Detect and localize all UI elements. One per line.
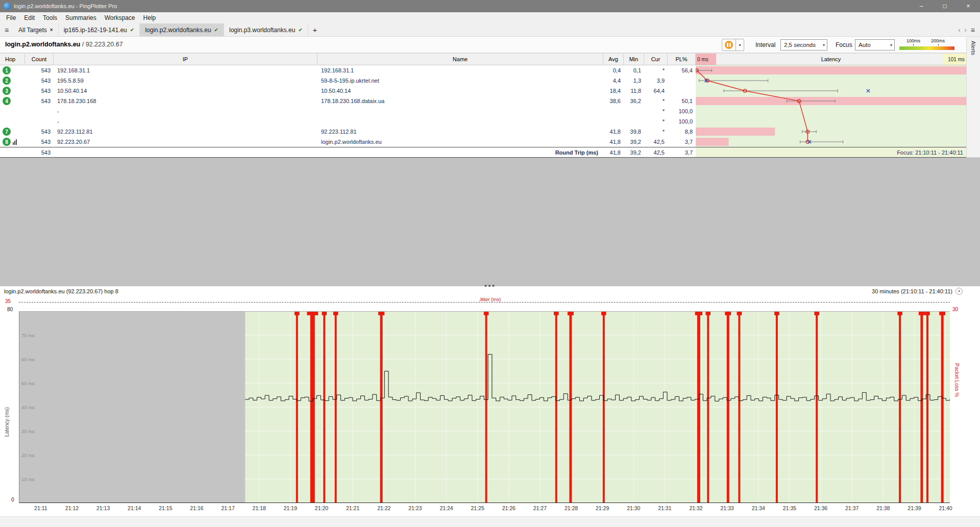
count-cell: 543 bbox=[25, 127, 54, 137]
round-trip-row: 543 Round Trip (ms) 41,8 39,2 42,5 3,7 F… bbox=[0, 147, 966, 158]
menu-item-file[interactable]: File bbox=[2, 12, 20, 23]
target-title: login.p2.worldoftanks.eu / 92.223.20.67 bbox=[5, 41, 123, 48]
time-tick-label: 21:23 bbox=[405, 505, 425, 511]
menu-item-tools[interactable]: Tools bbox=[39, 12, 61, 23]
menu-item-edit[interactable]: Edit bbox=[20, 12, 39, 23]
hop-cell: 3 bbox=[0, 86, 25, 96]
time-tick-label: 21:33 bbox=[717, 505, 738, 511]
pl-cell: 100,0 bbox=[668, 116, 696, 127]
column-header-name[interactable]: Name bbox=[317, 54, 603, 65]
hop-number-badge: 3 bbox=[3, 87, 11, 95]
tab-scroll-right-icon[interactable]: › bbox=[964, 26, 966, 34]
pause-button[interactable] bbox=[722, 39, 736, 51]
packet-loss-axis-title: Packet Loss % bbox=[954, 363, 960, 397]
min-cell bbox=[624, 116, 644, 127]
legend-gradient-bar bbox=[899, 46, 954, 50]
menu-bar: FileEditToolsSummariesWorkspaceHelp bbox=[0, 12, 980, 23]
interval-select[interactable]: 2,5 seconds ▾ bbox=[780, 39, 827, 51]
name-cell bbox=[317, 116, 603, 127]
pl-cell: 50,1 bbox=[668, 96, 696, 106]
tab-menu-icon[interactable]: ≡ bbox=[971, 26, 975, 34]
name-cell: 192.168.31.1 bbox=[317, 65, 603, 76]
count-cell: 543 bbox=[25, 76, 54, 86]
name-cell: 59-8-5-195.ip.ukrtel.net bbox=[317, 76, 603, 86]
latency-scale-legend: 100ms 200ms bbox=[899, 37, 955, 53]
gridline-label: 50 ms bbox=[21, 381, 35, 386]
interval-value: 2,5 seconds bbox=[784, 42, 816, 48]
latency-scale-min[interactable]: 0 ms bbox=[696, 54, 716, 65]
chevron-down-icon: ▾ bbox=[890, 43, 892, 47]
avg-cell bbox=[603, 106, 624, 116]
time-tick-label: 21:30 bbox=[623, 505, 644, 511]
check-icon[interactable]: ✔ bbox=[214, 27, 218, 33]
timeline-plot[interactable] bbox=[19, 311, 950, 503]
time-tick-label: 21:39 bbox=[904, 505, 924, 511]
tab-strip: All Targets×ip165.ip-162-19-141.eu✔login… bbox=[13, 23, 322, 36]
maximize-icon[interactable]: □ bbox=[933, 0, 957, 12]
cur-cell: * bbox=[644, 65, 668, 76]
alerts-side-tab[interactable]: Alerts bbox=[966, 37, 980, 158]
ip-cell: - bbox=[54, 116, 317, 127]
pingplotter-window: login.p2.worldoftanks.eu - PingPlotter P… bbox=[0, 0, 980, 527]
min-cell: 0,1 bbox=[624, 65, 644, 76]
legend-tick bbox=[938, 44, 939, 46]
column-header-latency: 0 ms Latency 101 ms bbox=[696, 54, 966, 65]
timeline-range-label[interactable]: 30 minutes (21:10:11 - 21:40:11) bbox=[872, 288, 952, 294]
new-tab-button[interactable]: + bbox=[308, 23, 322, 36]
hop-cell: 1 bbox=[0, 65, 25, 76]
alerts-label: Alerts bbox=[970, 37, 976, 157]
avg-cell bbox=[603, 116, 624, 127]
time-tick-label: 21:15 bbox=[155, 505, 176, 511]
column-header-count[interactable]: Count bbox=[25, 54, 54, 65]
hamburger-icon[interactable]: ≡ bbox=[0, 23, 13, 36]
ip-cell: 10.50.40.14 bbox=[54, 86, 317, 96]
tab-scroll-left-icon[interactable]: ‹ bbox=[958, 26, 960, 34]
trace-table-header: Hop Count IP Name Avg Min Cur PL% 0 ms L… bbox=[0, 53, 966, 65]
focus-select[interactable]: Auto ▾ bbox=[855, 39, 895, 51]
minimize-icon[interactable]: – bbox=[910, 0, 933, 12]
tab-label: login.p3.worldoftanks.eu bbox=[229, 27, 295, 34]
tab-ip165-ip-162-19-141-eu[interactable]: ip165.ip-162-19-141.eu✔ bbox=[59, 23, 140, 36]
column-header-min[interactable]: Min bbox=[624, 54, 644, 65]
time-tick-label: 21:24 bbox=[436, 505, 457, 511]
menu-item-workspace[interactable]: Workspace bbox=[101, 12, 139, 23]
tab-all-targets[interactable]: All Targets× bbox=[13, 23, 59, 36]
close-icon[interactable]: × bbox=[957, 0, 980, 12]
column-header-avg[interactable]: Avg bbox=[603, 54, 624, 65]
check-icon[interactable]: ✔ bbox=[298, 27, 302, 33]
tab-login-p3-worldoftanks-eu[interactable]: login.p3.worldoftanks.eu✔ bbox=[224, 23, 308, 36]
menu-item-summaries[interactable]: Summaries bbox=[61, 12, 101, 23]
menu-item-help[interactable]: Help bbox=[139, 12, 160, 23]
hop-cell: 4 bbox=[0, 96, 25, 106]
window-title: login.p2.worldoftanks.eu - PingPlotter P… bbox=[14, 3, 117, 9]
splitter-handle[interactable]: ●●● bbox=[0, 284, 980, 288]
column-header-pl[interactable]: PL% bbox=[668, 54, 696, 65]
count-cell: 543 bbox=[25, 65, 54, 76]
window-controls: – □ × bbox=[910, 0, 980, 12]
horizontal-scrollbar[interactable] bbox=[0, 516, 980, 527]
timeline-range-dropdown-icon[interactable]: ▾ bbox=[955, 288, 963, 295]
packet-loss-axis-max: 30 bbox=[952, 307, 958, 312]
hop-number-badge: 1 bbox=[3, 66, 11, 74]
check-icon[interactable]: ✔ bbox=[130, 27, 134, 33]
column-header-ip[interactable]: IP bbox=[54, 54, 317, 65]
bar-chart-icon[interactable] bbox=[13, 139, 17, 145]
target-separator: / bbox=[80, 41, 85, 48]
pl-cell: 100,0 bbox=[668, 106, 696, 116]
column-header-hop[interactable]: Hop bbox=[0, 54, 25, 65]
footer-pl: 3,7 bbox=[668, 147, 696, 157]
pause-control: ▾ bbox=[722, 39, 744, 51]
tab-login-p2-worldoftanks-eu[interactable]: login.p2.worldoftanks.eu✔ bbox=[140, 23, 224, 36]
column-header-cur[interactable]: Cur bbox=[644, 54, 668, 65]
target-ip: 92.223.20.67 bbox=[86, 41, 123, 48]
latency-axis-max: 80 bbox=[7, 307, 13, 312]
name-cell: 178.18.230.168.dataix.ua bbox=[317, 96, 603, 106]
pause-dropdown-caret-icon[interactable]: ▾ bbox=[736, 39, 744, 51]
time-tick-label: 21:25 bbox=[468, 505, 488, 511]
tab-close-icon[interactable]: × bbox=[50, 27, 53, 33]
avg-cell: 41,8 bbox=[603, 137, 624, 147]
latency-scale-max[interactable]: 101 ms bbox=[943, 54, 966, 65]
gridline-label: 60 ms bbox=[21, 357, 35, 362]
count-cell bbox=[25, 116, 54, 127]
pl-cell bbox=[668, 76, 696, 86]
